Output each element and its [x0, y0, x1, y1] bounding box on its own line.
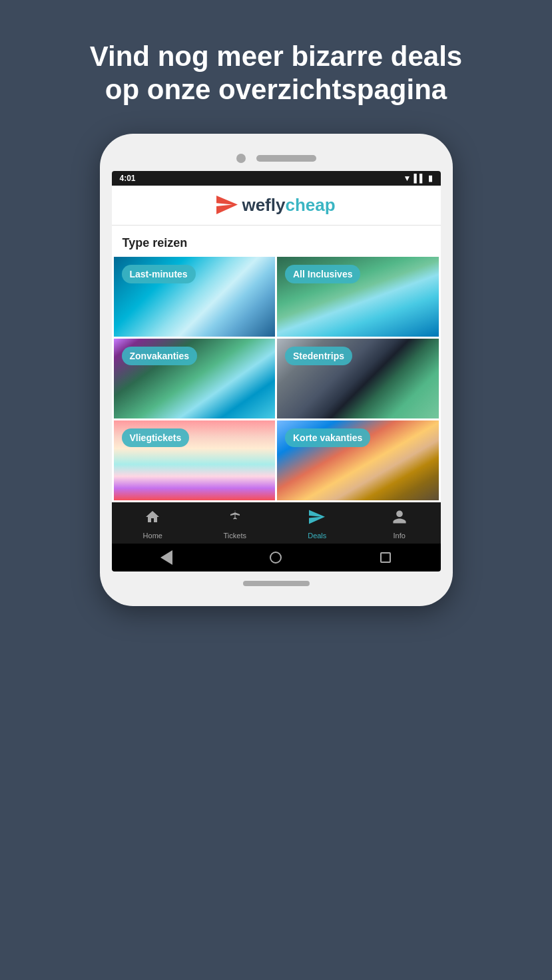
- grid-item-zonvakanties[interactable]: Zonvakanties: [114, 339, 276, 418]
- phone-top: [112, 154, 441, 163]
- svg-marker-0: [216, 196, 238, 214]
- wifi-icon: ▼: [404, 174, 412, 183]
- nav-home-label: Home: [143, 532, 162, 540]
- phone-home-bar: [243, 581, 310, 586]
- info-person-icon: [392, 509, 408, 529]
- title-line1: Vind nog meer bizarre deals: [90, 41, 462, 72]
- phone-container: 4:01 ▼ ▌▌ ▮ weflycheap Type reizen: [100, 134, 453, 606]
- deals-icon: [309, 509, 325, 529]
- travel-types-grid: Last-minutes All Inclusives Zonvakanties…: [112, 257, 441, 502]
- logo-plane-icon: [216, 196, 238, 214]
- nav-item-deals[interactable]: Deals: [276, 509, 359, 540]
- title-line2: op onze overzichtspagina: [105, 74, 447, 105]
- recents-square-icon: [380, 552, 391, 563]
- allinclusive-label: All Inclusives: [285, 265, 360, 283]
- nav-tickets-label: Tickets: [224, 532, 246, 540]
- home-button[interactable]: [268, 550, 283, 565]
- zonvakanties-label: Zonvakanties: [122, 347, 197, 365]
- battery-icon: ▮: [428, 174, 433, 183]
- svg-marker-1: [309, 510, 325, 524]
- nav-item-tickets[interactable]: Tickets: [194, 509, 276, 540]
- kortevakanties-label: Korte vakanties: [285, 428, 370, 447]
- grid-item-lastminutes[interactable]: Last-minutes: [114, 257, 276, 337]
- home-icon: [144, 509, 160, 529]
- back-button[interactable]: [159, 550, 174, 565]
- lastminutes-label: Last-minutes: [122, 265, 196, 283]
- grid-item-kortevakanties[interactable]: Korte vakanties: [277, 420, 439, 500]
- phone-bottom: [112, 581, 441, 586]
- nav-item-home[interactable]: Home: [112, 509, 194, 540]
- page-title: Vind nog meer bizarre deals op onze over…: [50, 0, 502, 134]
- status-bar: 4:01 ▼ ▌▌ ▮: [112, 171, 441, 186]
- vliegtickets-label: Vliegtickets: [122, 428, 190, 447]
- logo-weflypart: wef: [242, 195, 270, 215]
- grid-item-stedentrips[interactable]: Stedentrips: [277, 339, 439, 418]
- recents-button[interactable]: [378, 550, 393, 565]
- back-triangle-icon: [160, 550, 172, 565]
- bottom-nav: Home Tickets: [112, 502, 441, 544]
- grid-item-allinclusive[interactable]: All Inclusives: [277, 257, 439, 337]
- nav-info-label: Info: [394, 532, 406, 540]
- logo: weflycheap: [112, 195, 441, 216]
- home-circle-icon: [270, 552, 282, 564]
- section-title: Type reizen: [112, 226, 441, 257]
- nav-item-info[interactable]: Info: [358, 509, 441, 540]
- stedentrips-label: Stedentrips: [285, 347, 352, 365]
- logo-cheappart: cheap: [285, 195, 335, 215]
- logo-lypart: ly: [271, 195, 286, 215]
- nav-deals-label: Deals: [308, 532, 326, 540]
- status-icons: ▼ ▌▌ ▮: [404, 174, 433, 183]
- grid-item-vliegtickets[interactable]: Vliegtickets: [114, 420, 276, 500]
- signal-icon: ▌▌: [414, 174, 425, 183]
- phone-speaker: [256, 155, 316, 162]
- tickets-icon: [227, 509, 243, 529]
- android-nav: [112, 544, 441, 572]
- app-header: weflycheap: [112, 186, 441, 226]
- phone-camera: [236, 154, 246, 163]
- phone-screen: 4:01 ▼ ▌▌ ▮ weflycheap Type reizen: [112, 171, 441, 572]
- status-time: 4:01: [120, 174, 136, 183]
